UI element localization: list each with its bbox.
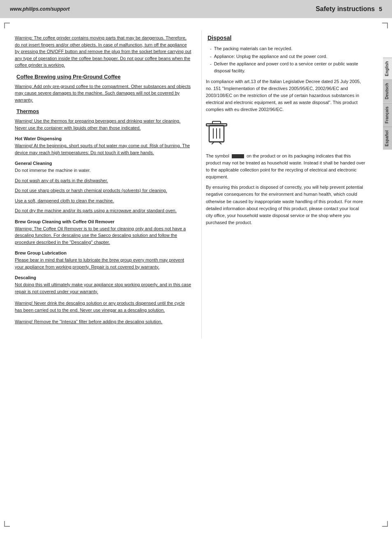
corner-mark-tr <box>382 23 388 28</box>
weee-symbol-area <box>206 116 366 149</box>
recycling-text: By ensuring this product is disposed of … <box>206 184 366 226</box>
coffee-brewing-heading: Coffee Brewing using Pre-Ground Coffee <box>15 74 191 80</box>
coffee-brewing-section: Coffee Brewing using Pre-Ground Coffee W… <box>15 74 191 104</box>
disposal-bullet-list: - The packing materials can be recycled.… <box>210 45 366 74</box>
brew-group-cleaning-text: Warning: The Coffee Oil Remover is to be… <box>15 225 191 246</box>
compliance-text: In compliance with art.13 of the Italian… <box>206 78 366 113</box>
brew-group-cleaning-section: Brew Group Cleaning with Coffee Oil Remo… <box>15 219 191 246</box>
brew-lubrication-heading: Brew Group Lubrication <box>15 250 191 255</box>
bullet-item-2: - Appliance: Unplug the appliance and cu… <box>210 53 366 60</box>
header-title-area: Safety instructions 5 <box>316 5 382 13</box>
main-content: Warning: The coffee grinder contains mov… <box>0 18 392 338</box>
symbol-explanation-text: The symbol on the product or on its pack… <box>206 153 366 181</box>
bullet-dash-3: - <box>210 60 212 74</box>
svg-rect-2 <box>212 121 221 124</box>
lang-tab-espanol[interactable]: Español <box>383 127 392 150</box>
left-column: Warning: The coffee grinder contains mov… <box>0 30 201 338</box>
bullet-text-1: The packing materials can be recycled. <box>214 45 293 52</box>
hot-water-section: Hot Water Dispensing Warning! At the beg… <box>15 136 191 156</box>
general-cleaning-line1: Do not immerse the machine in water. <box>15 167 191 174</box>
hot-water-text: Warning! At the beginning, short spurts … <box>15 142 191 156</box>
general-cleaning-line2: Do not wash any of its parts in the dish… <box>15 177 191 184</box>
header-title: Safety instructions <box>316 5 375 13</box>
thermos-heading: Thermos <box>15 108 191 114</box>
lang-tab-english[interactable]: English <box>383 58 392 79</box>
weee-icon <box>206 120 227 144</box>
bullet-item-3: - Deliver the appliance and power cord t… <box>210 60 366 74</box>
bullet-text-2: Appliance: Unplug the appliance and cut … <box>214 53 327 60</box>
language-tabs: English Deutsch Français Español <box>383 58 392 150</box>
descaling-text1: Not doing this will ultimately make your… <box>15 281 191 295</box>
descaling-warning1-text: Warning! Never drink the descaling solut… <box>15 300 191 313</box>
descaling-section: Descaling Not doing this will ultimately… <box>15 275 191 295</box>
general-cleaning-section: General Cleaning Do not immerse the mach… <box>15 161 191 214</box>
thermos-section: Thermos Warning! Use the thermos for pre… <box>15 108 191 131</box>
brew-lubrication-section: Brew Group Lubrication Please bear in mi… <box>15 250 191 270</box>
descaling-heading: Descaling <box>15 275 191 280</box>
header-bar: www.philips.com/support Safety instructi… <box>0 0 392 18</box>
hot-water-heading: Hot Water Dispensing <box>15 136 191 141</box>
general-cleaning-line5: Do not dry the machine and/or its parts … <box>15 207 191 214</box>
brew-lubrication-text: Please bear in mind that failure to lubr… <box>15 257 191 270</box>
corner-mark-br <box>382 521 388 527</box>
general-cleaning-line3: Do not use sharp objects or harsh chemic… <box>15 187 191 194</box>
coffee-brewing-text: Warning: Add only pre-ground coffee to t… <box>15 83 191 104</box>
lang-tab-deutsch[interactable]: Deutsch <box>383 79 392 102</box>
disposal-heading: Disposal <box>206 35 366 41</box>
descaling-warning2-block: Warning! Remove the "Intenza" filter bef… <box>15 318 191 325</box>
brew-group-cleaning-heading: Brew Group Cleaning with Coffee Oil Remo… <box>15 219 191 224</box>
intro-warning-block: Warning: The coffee grinder contains mov… <box>15 35 191 69</box>
bullet-dash-2: - <box>210 53 212 60</box>
right-column: Disposal - The packing materials can be … <box>201 30 382 338</box>
thermos-text: Warning! Use the thermos for preparing b… <box>15 118 191 131</box>
corner-mark-bl <box>4 521 10 527</box>
bullet-dash-1: - <box>210 45 212 52</box>
header-page-number: 5 <box>379 6 382 12</box>
bullet-text-3: Deliver the appliance and power cord to … <box>214 60 366 74</box>
intro-warning-text: Warning: The coffee grinder contains mov… <box>15 35 191 69</box>
general-cleaning-line4: Use a soft, dampened cloth to clean the … <box>15 197 191 204</box>
bullet-item-1: - The packing materials can be recycled. <box>210 45 366 52</box>
header-url: www.philips.com/support <box>10 6 70 12</box>
lang-tab-francais[interactable]: Français <box>383 103 392 127</box>
descaling-warning2-text: Warning! Remove the "Intenza" filter bef… <box>15 318 191 325</box>
corner-mark-tl <box>4 23 10 28</box>
general-cleaning-heading: General Cleaning <box>15 161 191 166</box>
descaling-warning1-block: Warning! Never drink the descaling solut… <box>15 300 191 313</box>
